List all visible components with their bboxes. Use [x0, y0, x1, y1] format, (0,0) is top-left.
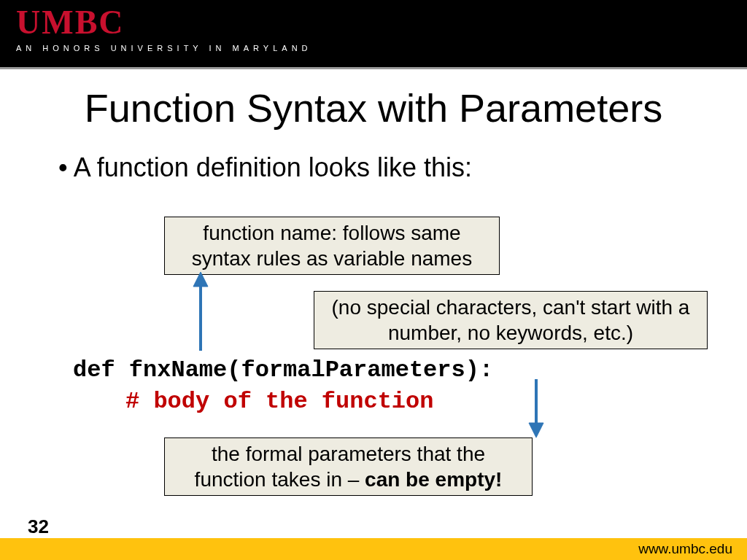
tagline: AN HONORS UNIVERSITY IN MARYLAND	[16, 44, 747, 52]
header-bar: UMBC AN HONORS UNIVERSITY IN MARYLAND	[0, 0, 747, 69]
header-divider	[0, 67, 747, 69]
callout-function-name: function name: follows same syntax rules…	[164, 217, 500, 275]
arrow-down-1	[190, 272, 212, 351]
footer-url: www.umbc.edu	[638, 541, 732, 557]
code-line-1: def fnxName(formalParameters):	[73, 354, 493, 386]
slide-title: Function Syntax with Parameters	[0, 85, 747, 131]
callout3-bold: can be empty!	[365, 468, 502, 491]
callout-parameters: the formal parameters that the function …	[164, 438, 533, 496]
svg-marker-1	[193, 272, 208, 287]
page-number: 32	[28, 516, 49, 538]
arrow-down-2	[525, 379, 547, 438]
footer-bar	[0, 538, 747, 560]
code-block: def fnxName(formalParameters): # body of…	[73, 354, 493, 417]
code-line-2: # body of the function	[125, 386, 493, 417]
callout-naming-rules: (no special characters, can't start with…	[314, 291, 708, 349]
bullet-point: A function definition looks like this:	[58, 152, 747, 183]
svg-marker-3	[529, 423, 543, 438]
umbc-logo: UMBC	[16, 6, 747, 39]
